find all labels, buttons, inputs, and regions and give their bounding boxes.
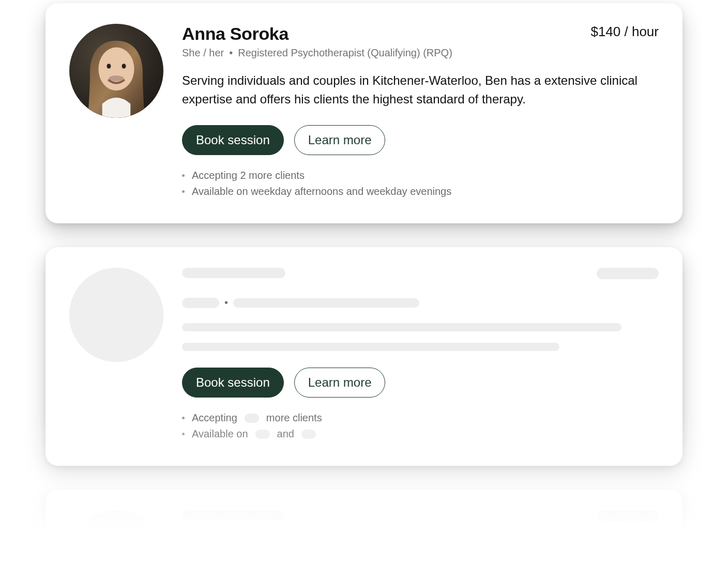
book-session-button[interactable]: Book session <box>182 125 284 155</box>
therapist-card: Anna Soroka $140 / hour She / her • Regi… <box>46 3 682 223</box>
skeleton-pronouns <box>182 298 219 308</box>
therapist-name: Anna Soroka <box>182 24 289 44</box>
therapist-card-skeleton: • <box>46 490 682 579</box>
svg-point-4 <box>122 64 126 68</box>
learn-more-button[interactable]: Learn more <box>294 125 386 155</box>
learn-more-button[interactable]: Learn more <box>294 368 386 398</box>
avatar-placeholder <box>69 510 163 579</box>
meta-separator-icon: • <box>224 539 228 551</box>
card-content: • Book session Learn more Accepting more… <box>182 268 659 444</box>
skeleton-inline <box>301 430 316 439</box>
therapist-card-skeleton: • Book session Learn more Accepting more… <box>46 247 682 466</box>
price: $140 / hour <box>590 24 659 40</box>
credentials: Registered Psychotherapist (Qualifying) … <box>238 47 452 59</box>
availability-item: Available on and <box>182 428 659 440</box>
available-prefix: Available on <box>192 428 248 440</box>
avatar <box>69 24 163 118</box>
bullet-icon <box>182 190 185 193</box>
accepting-suffix: more clients <box>266 412 322 424</box>
accepting-text: Accepting 2 more clients <box>192 170 305 181</box>
svg-point-2 <box>109 75 124 81</box>
skeleton-inline <box>255 430 270 439</box>
skeleton-name <box>182 510 285 521</box>
pronouns: She / her <box>182 47 224 59</box>
accepting-prefix: Accepting <box>192 412 237 424</box>
card-content: • <box>182 510 659 579</box>
meta-separator-icon: • <box>229 47 233 59</box>
avatar-placeholder <box>69 268 163 362</box>
skeleton-price <box>597 268 659 279</box>
card-content: Anna Soroka $140 / hour She / her • Regi… <box>182 24 659 202</box>
meta-separator-icon: • <box>224 297 228 309</box>
accepting-item: Accepting more clients <box>182 412 659 424</box>
skeleton-credentials <box>233 541 419 550</box>
skeleton-inline <box>245 414 259 423</box>
bio: Serving individuals and couples in Kitch… <box>182 71 658 109</box>
book-session-button[interactable]: Book session <box>182 368 284 398</box>
bullet-icon <box>182 417 185 419</box>
skeleton-pronouns <box>182 540 219 551</box>
bullet-icon <box>182 174 185 177</box>
skeleton-name <box>182 268 285 278</box>
availability-item: Available on weekday afternoons and week… <box>182 186 659 197</box>
skeleton-bio-line <box>182 323 621 331</box>
accepting-item: Accepting 2 more clients <box>182 170 659 181</box>
skeleton-bio-line <box>182 343 559 351</box>
svg-point-3 <box>107 64 111 68</box>
availability-text: Available on weekday afternoons and week… <box>192 186 451 197</box>
bullet-icon <box>182 433 185 435</box>
skeleton-credentials <box>233 298 419 308</box>
skeleton-price <box>597 510 659 522</box>
avatar-photo-icon <box>69 24 163 118</box>
available-mid: and <box>277 428 294 440</box>
